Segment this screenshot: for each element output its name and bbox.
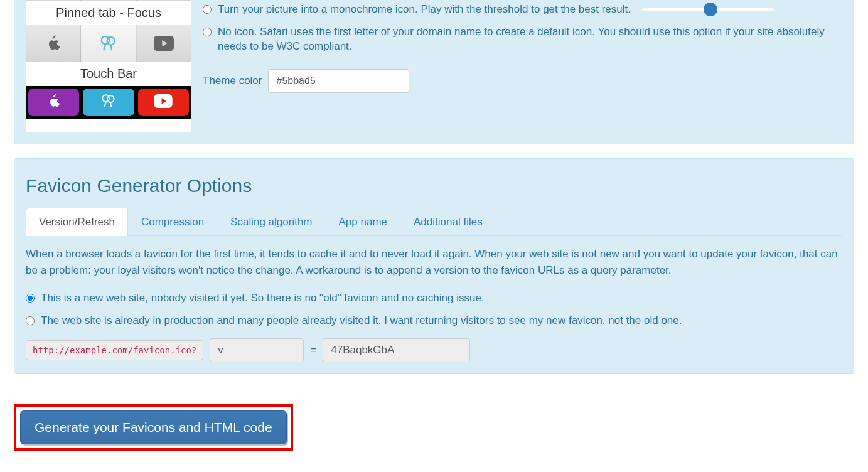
radio-monochrome[interactable] [203, 5, 212, 14]
preview-label-pinned-focus: Pinned tab - Focus [26, 1, 191, 25]
touchbar-tile-youtube [138, 88, 189, 116]
options-description: When a browser loads a favicon for the f… [26, 246, 842, 278]
theme-color-label: Theme color [203, 75, 262, 87]
generate-button[interactable]: Generate your Favicons and HTML code [20, 410, 287, 444]
options-tabs: Version/Refresh Compression Scaling algo… [26, 208, 842, 236]
radio-monochrome-label: Turn your picture into a monochrome icon… [218, 2, 631, 17]
radio-option-new-site[interactable]: This is a new web site, nobody visited i… [26, 287, 842, 309]
preview-pinned-tab-row [26, 0, 191, 1]
theme-color-row: Theme color [203, 69, 842, 93]
preview-cell-balloons [81, 0, 136, 1]
youtube-icon [154, 94, 173, 110]
preview-pinned-focus-row [26, 25, 191, 62]
preview-label-touchbar: Touch Bar [26, 62, 191, 86]
options-title: Favicon Generator Options [26, 175, 842, 196]
touchbar-tile-balloons [83, 88, 134, 116]
touchbar-tile-apple [28, 88, 79, 116]
version-param-name-input[interactable] [210, 338, 304, 362]
tab-version-refresh[interactable]: Version/Refresh [26, 208, 128, 236]
balloons-icon [99, 34, 118, 53]
radio-production-site[interactable] [26, 316, 35, 325]
threshold-slider[interactable] [642, 8, 774, 11]
radio-production-site-label: The web site is already in production an… [41, 313, 682, 328]
theme-color-input[interactable] [268, 69, 409, 93]
equals-sign: = [310, 344, 316, 357]
radio-none-label: No icon. Safari uses the first letter of… [218, 24, 842, 55]
apple-icon [46, 94, 62, 111]
generate-button-highlight: Generate your Favicons and HTML code [14, 404, 293, 451]
radio-none[interactable] [203, 28, 212, 36]
svg-point-7 [107, 95, 114, 102]
preview-spacer [26, 119, 191, 132]
svg-point-4 [107, 37, 115, 45]
tab-additional-files[interactable]: Additional files [400, 208, 496, 236]
preview-cell-balloons-focus [81, 25, 136, 62]
preview-column: Pinned tab - Focus Touch Bar [14, 0, 203, 132]
version-url-row: http://example.com/favicon.ico? = [26, 338, 842, 362]
threshold-slider-wrap [642, 2, 774, 17]
tab-scaling[interactable]: Scaling algorithm [217, 208, 325, 236]
preview-cell-apple [26, 25, 81, 62]
safari-pinned-tab-panel: Pinned tab - Focus Touch Bar Use a silho… [14, 0, 854, 144]
balloons-icon [100, 93, 117, 112]
apple-icon [45, 35, 62, 52]
preview-cell-apple [26, 0, 81, 1]
version-url-prefix: http://example.com/favicon.ico? [26, 340, 203, 360]
tab-compression[interactable]: Compression [128, 208, 217, 236]
preview-touchbar-row [26, 86, 191, 119]
radio-option-monochrome[interactable]: Turn your picture into a monochrome icon… [203, 0, 842, 21]
youtube-icon [153, 36, 174, 51]
preview-cell-youtube [137, 25, 191, 62]
favicon-generator-options-panel: Favicon Generator Options Version/Refres… [14, 158, 854, 374]
radio-new-site-label: This is a new web site, nobody visited i… [41, 291, 485, 306]
radio-new-site[interactable] [26, 294, 35, 303]
radio-option-production-site[interactable]: The web site is already in production an… [26, 309, 842, 332]
radio-option-none[interactable]: No icon. Safari uses the first letter of… [203, 21, 842, 58]
preview-cell-youtube [137, 0, 191, 1]
version-param-value-input[interactable] [323, 338, 470, 362]
mask-options-column: Use a silhouette of the original image. … [203, 0, 842, 132]
tab-app-name[interactable]: App name [326, 208, 401, 236]
